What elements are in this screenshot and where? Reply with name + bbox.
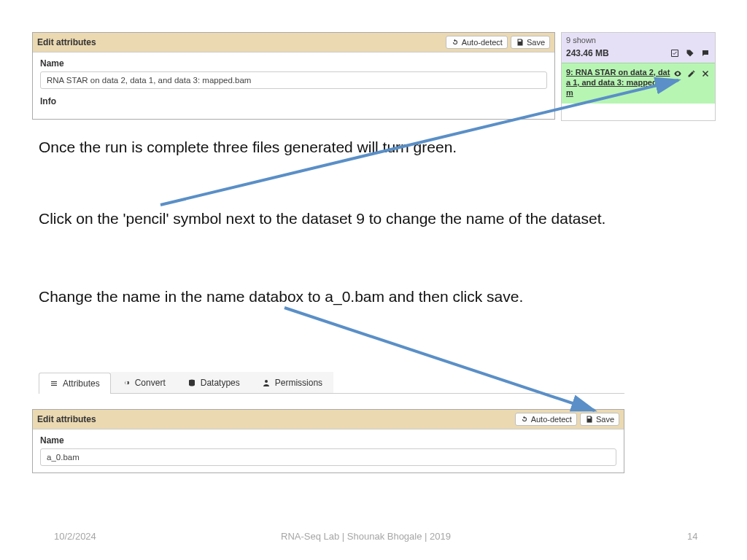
auto-detect-label: Auto-detect [462, 38, 503, 47]
panel-header: Edit attributes Auto-detect Save [33, 410, 624, 429]
svg-point-1 [265, 380, 268, 383]
edit-attributes-panel-2: Edit attributes Auto-detect Save Name [32, 409, 624, 473]
save-button[interactable]: Save [580, 413, 619, 426]
annotate-icon[interactable] [700, 47, 711, 58]
tab-attributes-label: Attributes [63, 378, 100, 389]
gear-icon [122, 378, 131, 387]
info-label: Info [40, 96, 547, 106]
tab-datatypes[interactable]: Datatypes [177, 372, 251, 393]
name-input[interactable] [40, 71, 547, 89]
refresh-icon [451, 38, 460, 47]
tab-attributes[interactable]: Attributes [39, 373, 111, 394]
refresh-icon [520, 415, 529, 424]
instruction-1: Once the run is complete three files gen… [39, 139, 457, 156]
save-label: Save [527, 38, 545, 47]
name-input[interactable] [40, 448, 616, 466]
history-panel: 9 shown 243.46 MB 9: RNA STAR on data 2,… [561, 32, 716, 121]
history-size: 243.46 MB [566, 48, 609, 58]
auto-detect-button[interactable]: Auto-detect [446, 36, 508, 49]
eye-icon[interactable] [672, 68, 683, 79]
panel-title: Edit attributes [37, 37, 96, 47]
name-label: Name [40, 58, 547, 69]
tab-convert-label: Convert [135, 378, 166, 388]
save-icon [516, 38, 525, 47]
instruction-3: Change the name in the name databox to a… [39, 288, 523, 306]
arrow-to-save [285, 308, 595, 411]
list-icon [50, 379, 58, 388]
check-all-icon[interactable] [669, 47, 680, 58]
tag-icon[interactable] [684, 47, 695, 58]
panel-title: Edit attributes [37, 414, 96, 424]
auto-detect-label: Auto-detect [531, 415, 572, 424]
footer-title: RNA-Seq Lab | Shounak Bhogale | 2019 [281, 531, 451, 542]
edit-attributes-panel-1: Edit attributes Auto-detect Save Name In… [32, 32, 555, 120]
tab-permissions[interactable]: Permissions [251, 372, 333, 393]
tab-permissions-label: Permissions [275, 378, 322, 388]
instruction-2: Click on the 'pencil' symbol next to the… [39, 210, 605, 228]
history-item-9[interactable]: 9: RNA STAR on data 2, data 1, and data … [562, 63, 715, 104]
user-icon [262, 378, 271, 387]
footer-date: 10/2/2024 [54, 531, 96, 542]
auto-detect-button[interactable]: Auto-detect [515, 413, 577, 426]
save-icon [585, 415, 594, 424]
history-item-label: 9: RNA STAR on data 2, data 1, and data … [566, 68, 672, 98]
pencil-icon[interactable] [686, 68, 697, 79]
attribute-tabs: Attributes Convert Datatypes Permissions [39, 372, 624, 394]
name-label: Name [40, 435, 616, 446]
footer-page: 14 [687, 531, 697, 542]
save-label: Save [596, 415, 614, 424]
tab-convert[interactable]: Convert [111, 372, 177, 393]
delete-icon[interactable] [700, 68, 711, 79]
panel-header: Edit attributes Auto-detect Save [33, 33, 554, 52]
database-icon [187, 378, 196, 387]
save-button[interactable]: Save [511, 36, 550, 49]
tab-datatypes-label: Datatypes [201, 378, 240, 388]
history-shown-count: 9 shown [566, 36, 711, 44]
